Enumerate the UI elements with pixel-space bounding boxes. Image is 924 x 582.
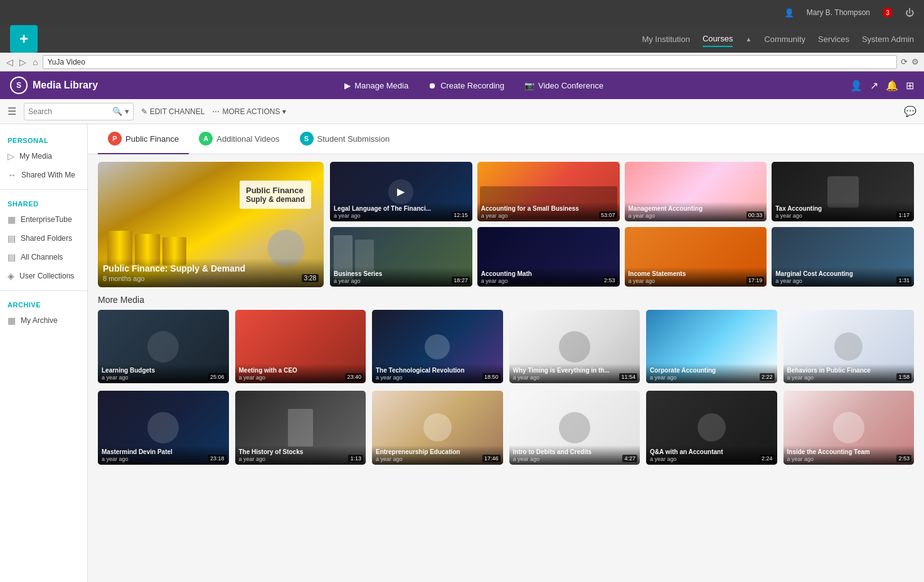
more-card-r2-0[interactable]: Mastermind Devin Patel a year ago 23:18 — [98, 391, 229, 464]
caret-down-icon: ▾ — [282, 107, 286, 116]
more-card-2[interactable]: The Technological Revolution a year ago … — [372, 310, 503, 383]
more-video-meta-0: a year ago — [102, 374, 225, 381]
more-video-meta-1: a year ago — [239, 374, 363, 381]
refresh-icon[interactable]: ⟳ — [901, 57, 908, 66]
create-recording-btn[interactable]: ⏺ Create Recording — [428, 81, 504, 90]
video-conference-btn[interactable]: 📷 Video Conference — [524, 81, 603, 90]
more-video-duration-0: 25:06 — [208, 373, 226, 381]
video-card-2[interactable]: Management Accounting a year ago 00:33 — [625, 162, 767, 221]
featured-video[interactable]: Public Finance Suply & demand Public Fin… — [98, 162, 324, 287]
collections-icon: ◈ — [8, 271, 14, 281]
tab-student-badge: S — [300, 132, 314, 146]
tab-public-finance[interactable]: P Public Finance — [98, 124, 189, 154]
more-media-row2: Mastermind Devin Patel a year ago 23:18 … — [98, 391, 914, 464]
more-video-duration-r2-3: 4:27 — [622, 455, 637, 462]
side-video-duration-0: 12:15 — [452, 211, 470, 219]
more-card-r2-4[interactable]: Q&A with an Accountant a year ago 2:24 — [646, 391, 777, 464]
tab-student-submission[interactable]: S Student Submission — [290, 124, 400, 154]
avatar-icon[interactable]: 👤 — [850, 80, 863, 92]
video-card-0[interactable]: ▶ Legal Language of The Financi... a yea… — [330, 162, 472, 221]
more-video-duration-2: 18:50 — [482, 373, 501, 381]
more-video-duration-r2-2: 17:46 — [482, 455, 501, 462]
more-video-title-5: Behaviors in Public Finance — [787, 366, 911, 374]
search-icon[interactable]: 🔍 ▾ — [112, 107, 129, 116]
tab-additional-videos[interactable]: A Additional Videos — [189, 124, 289, 154]
side-video-meta-7: a year ago — [775, 278, 910, 284]
more-video-title-r2-2: Entrepreneurship Education — [376, 448, 499, 456]
notification-badge[interactable]: 3 — [883, 8, 893, 18]
manage-media-btn[interactable]: ▶ Manage Media — [344, 81, 408, 90]
more-card-r2-2[interactable]: Entrepreneurship Education a year ago 17… — [372, 391, 503, 464]
sidebar-item-my-archive[interactable]: ▦ My Archive — [0, 311, 87, 330]
record-icon: ⏺ — [428, 81, 437, 90]
more-video-title-2: The Technological Revolution — [376, 366, 499, 374]
side-video-duration-4: 18:27 — [452, 277, 470, 284]
video-card-7[interactable]: Marginal Cost Accounting a year ago 1:31 — [772, 227, 914, 287]
back-button[interactable]: ◁ — [5, 57, 14, 67]
menu-icon[interactable]: ☰ — [8, 105, 16, 117]
nav-my-institution[interactable]: My Institution — [642, 32, 690, 46]
video-card-4[interactable]: Business Series a year ago 18:27 — [330, 227, 472, 287]
search-input[interactable] — [28, 107, 110, 116]
address-url: YuJa Video — [47, 58, 85, 66]
featured-video-meta: 8 months ago — [103, 275, 319, 282]
more-card-r2-1[interactable]: The History of Stocks a year ago 1:13 — [235, 391, 366, 464]
nav-services[interactable]: Services — [818, 32, 849, 46]
sidebar-item-user-collections[interactable]: ◈ User Collections — [0, 267, 87, 285]
film-icon: ▶ — [344, 81, 351, 90]
grid-icon[interactable]: ⊞ — [906, 80, 914, 92]
featured-video-duration: 3:28 — [302, 274, 319, 282]
user-name: Mary B. Thompson — [807, 8, 870, 17]
more-card-5[interactable]: Behaviors in Public Finance a year ago 1… — [783, 310, 915, 383]
side-video-duration-5: 2:53 — [602, 277, 617, 284]
more-card-3[interactable]: Why Timing is Everything in th... a year… — [509, 310, 640, 383]
video-card-1[interactable]: Accounting for a Small Business a year a… — [477, 162, 620, 221]
more-video-duration-r2-4: 2:24 — [760, 455, 775, 462]
archive-icon: ▦ — [8, 315, 16, 325]
chat-icon[interactable]: 💬 — [904, 105, 916, 117]
more-video-meta-r2-0: a year ago — [102, 456, 225, 462]
nav-system-admin[interactable]: System Admin — [862, 32, 914, 46]
more-video-duration-1: 23:40 — [345, 373, 363, 381]
more-media-row1: Learning Budgets a year ago 25:06 Meetin… — [98, 310, 914, 383]
forward-button[interactable]: ▷ — [18, 57, 28, 67]
sidebar-item-enterprise-tube[interactable]: ▦ EnterpriseTube — [0, 210, 87, 229]
more-card-r2-5[interactable]: Inside the Accounting Team a year ago 2:… — [783, 391, 915, 464]
edit-channel-btn[interactable]: ✎ EDIT CHANNEL — [141, 107, 205, 116]
nav-community[interactable]: Community — [764, 32, 805, 46]
sidebar-item-shared-with-me[interactable]: ↔ Shared With Me — [0, 166, 87, 184]
more-video-title-r2-0: Mastermind Devin Patel — [102, 448, 225, 456]
sidebar-item-all-channels[interactable]: ▤ All Channels — [0, 248, 87, 267]
nav-courses[interactable]: Courses — [703, 31, 733, 47]
app-logo-btn[interactable]: + — [10, 25, 38, 53]
more-card-4[interactable]: Corporate Accounting a year ago 2:22 — [646, 310, 777, 383]
sidebar-item-shared-folders[interactable]: ▤ Shared Folders — [0, 229, 87, 248]
more-video-title-1: Meeting with a CEO — [239, 366, 363, 374]
more-actions-btn[interactable]: ⋯ MORE ACTIONS ▾ — [212, 107, 286, 116]
more-video-meta-r2-5: a year ago — [787, 456, 911, 462]
sidebar-item-my-media[interactable]: ▷ My Media — [0, 147, 87, 166]
more-media-title: More Media — [98, 295, 914, 305]
more-video-duration-r2-1: 1:13 — [348, 455, 363, 462]
video-card-5[interactable]: Accounting Math a year ago 2:53 — [477, 227, 620, 287]
video-card-3[interactable]: Tax Accounting a year ago 1:17 — [772, 162, 914, 221]
side-video-title-2: Management Accounting — [629, 204, 763, 213]
video-card-6[interactable]: Income Statements a year ago 17:19 — [625, 227, 767, 287]
more-card-r2-3[interactable]: Intro to Debits and Credits a year ago 4… — [509, 391, 640, 464]
external-link-icon[interactable]: ↗ — [870, 80, 878, 92]
notifications-icon[interactable]: 🔔 — [886, 80, 898, 92]
folder-icon: ▤ — [8, 233, 16, 243]
power-button[interactable]: ⏻ — [905, 8, 914, 18]
more-video-duration-r2-0: 23:18 — [208, 455, 226, 462]
tab-public-finance-badge: P — [108, 132, 122, 146]
home-icon[interactable]: ⌂ — [31, 57, 39, 67]
settings-icon[interactable]: ⚙ — [911, 57, 919, 66]
more-video-title-r2-5: Inside the Accounting Team — [787, 448, 911, 456]
more-card-0[interactable]: Learning Budgets a year ago 25:06 — [98, 310, 229, 383]
search-box[interactable]: 🔍 ▾ — [24, 103, 134, 120]
address-box[interactable]: YuJa Video — [43, 55, 897, 69]
side-video-meta-4: a year ago — [334, 278, 469, 284]
more-card-1[interactable]: Meeting with a CEO a year ago 23:40 — [235, 310, 366, 383]
user-icon: 👤 — [784, 8, 794, 18]
camera-icon: 📷 — [524, 81, 534, 90]
